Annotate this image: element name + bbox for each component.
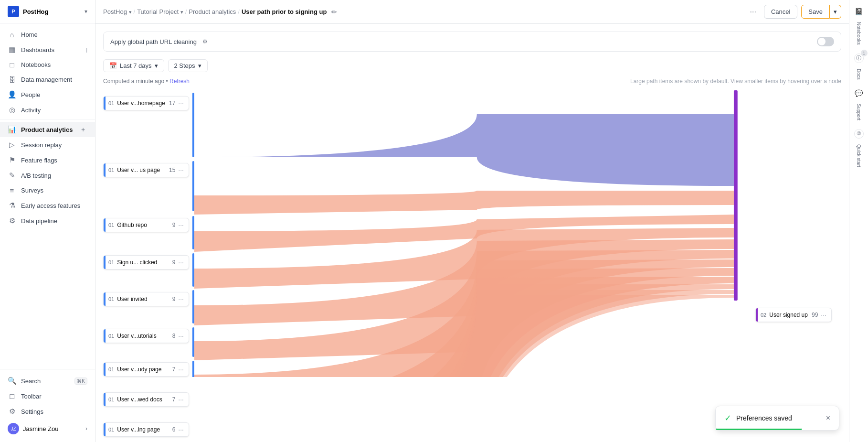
date-filter-chevron: ▾ <box>155 62 158 69</box>
node-7-menu-icon[interactable]: ··· <box>178 366 184 373</box>
node-6-label: User v...utorials <box>117 333 169 339</box>
status-hint: Large path items are shown by default. V… <box>630 78 841 85</box>
sidebar-item-dashboards[interactable]: ▦ Dashboards | <box>0 42 95 57</box>
surveys-icon: ≡ <box>8 186 16 194</box>
quick-start-sidebar-group: ② Quick start <box>851 126 867 167</box>
save-button[interactable]: Save <box>801 5 830 19</box>
node-9-label: User v...ing page <box>117 426 169 433</box>
sidebar-item-label: Early access features <box>21 202 80 209</box>
product-analytics-add-button[interactable]: + <box>79 125 87 134</box>
global-path-bar: Apply global path URL cleaning ⚙ <box>103 32 841 52</box>
right-sidebar-quick-start[interactable]: ② <box>851 126 867 141</box>
sidebar-item-session-replay[interactable]: ▷ Session replay <box>0 137 95 152</box>
sidebar-item-home[interactable]: ⌂ Home <box>0 27 95 42</box>
toast-check-icon: ✓ <box>724 413 731 423</box>
data-pipeline-icon: ⚙ <box>8 216 16 225</box>
ab-testing-icon: ✎ <box>8 171 16 180</box>
breadcrumb-sep-3: / <box>238 8 240 15</box>
breadcrumb-posthog-dropdown: ▾ <box>129 9 132 15</box>
path-node-1[interactable]: 01 User v...homepage 17 ··· <box>103 96 189 110</box>
save-button-group: Save ▾ <box>801 5 841 19</box>
path-node-7[interactable]: 01 User v...udy page 7 ··· <box>103 362 189 377</box>
breadcrumb-tutorial-project[interactable]: Tutorial Project ▾ <box>137 8 183 15</box>
path-node-9[interactable]: 01 User v...ing page 6 ··· <box>103 422 189 437</box>
edit-title-icon[interactable]: ✏ <box>331 8 337 16</box>
sidebar-item-label: Toolbar <box>21 393 42 400</box>
sidebar-item-surveys[interactable]: ≡ Surveys <box>0 183 95 198</box>
node-3-menu-icon[interactable]: ··· <box>178 221 184 229</box>
right-sidebar-docs[interactable]: ⓘ 1 <box>851 51 867 66</box>
breadcrumb-posthog[interactable]: PostHog ▾ <box>103 8 132 15</box>
path-node-right-1[interactable]: 02 User signed up 99 ··· <box>755 308 832 322</box>
toolbar-icon: ◻ <box>8 392 16 400</box>
header-actions: ··· Cancel Save ▾ <box>746 5 841 19</box>
sidebar-logo[interactable]: P PostHog ▾ <box>0 0 95 23</box>
sidebar-item-ab-testing[interactable]: ✎ A/B testing <box>0 168 95 183</box>
sidebar-item-label: Search <box>21 377 41 385</box>
path-node-6[interactable]: 01 User v...utorials 8 ··· <box>103 329 189 343</box>
global-path-label: Apply global path URL cleaning <box>110 38 197 45</box>
breadcrumb-product-analytics[interactable]: Product analytics <box>189 8 236 15</box>
path-node-5[interactable]: 01 User invited 9 ··· <box>103 292 189 306</box>
node-6-step: 01 <box>108 333 114 339</box>
steps-filter-chevron: ▾ <box>198 62 201 69</box>
path-node-3[interactable]: 01 Github repo 9 ··· <box>103 218 189 232</box>
notebooks-sidebar-group: 📓 Notebooks <box>851 4 867 45</box>
node-9-menu-icon[interactable]: ··· <box>178 426 184 433</box>
sidebar-item-label: Activity <box>21 107 41 114</box>
steps-filter-button[interactable]: 2 Steps ▾ <box>168 59 208 72</box>
product-analytics-icon: 📊 <box>8 125 16 134</box>
node-2-menu-icon[interactable]: ··· <box>178 166 184 174</box>
sidebar-item-notebooks[interactable]: □ Notebooks <box>0 57 95 72</box>
date-filter-button[interactable]: 📅 Last 7 days ▾ <box>103 59 164 72</box>
path-node-4[interactable]: 01 Sign u... clicked 9 ··· <box>103 255 189 270</box>
cancel-button[interactable]: Cancel <box>764 5 797 19</box>
global-path-settings-icon[interactable]: ⚙ <box>202 38 208 45</box>
right-sidebar-support[interactable]: 💬 <box>851 86 867 101</box>
main-content: PostHog ▾ / Tutorial Project ▾ / Product… <box>95 0 849 442</box>
sidebar: P PostHog ▾ ⌂ Home ▦ Dashboards | □ Note… <box>0 0 95 442</box>
sidebar-item-early-access[interactable]: ⚗ Early access features <box>0 198 95 213</box>
support-sidebar-group: 💬 Support <box>851 86 867 120</box>
settings-icon: ⚙ <box>8 407 16 416</box>
breadcrumb-current-page: User path prior to signing up <box>242 8 327 15</box>
sidebar-item-data-pipeline[interactable]: ⚙ Data pipeline <box>0 213 95 228</box>
content-area: Apply global path URL cleaning ⚙ 📅 Last … <box>95 24 849 442</box>
node-4-count: 9 <box>172 259 176 266</box>
node-4-step: 01 <box>108 259 114 265</box>
save-dropdown-button[interactable]: ▾ <box>830 5 841 19</box>
breadcrumb-sep-2: / <box>185 8 187 15</box>
sidebar-item-label: Home <box>21 31 38 38</box>
sidebar-user[interactable]: JZ Jasmine Zou › <box>0 419 95 438</box>
toast-close-button[interactable]: × <box>826 414 830 422</box>
avatar: JZ <box>8 423 19 434</box>
node-4-menu-icon[interactable]: ··· <box>178 259 184 266</box>
sidebar-item-search[interactable]: 🔍 Search ⌘K <box>0 373 95 388</box>
sidebar-item-data-management[interactable]: 🗄 Data management <box>0 72 95 87</box>
node-8-menu-icon[interactable]: ··· <box>178 396 184 403</box>
sidebar-item-activity[interactable]: ◎ Activity <box>0 102 95 118</box>
dashboards-dropdown-icon: | <box>86 47 87 53</box>
path-node-2[interactable]: 01 User v... us page 15 ··· <box>103 163 189 177</box>
sidebar-item-people[interactable]: 👤 People <box>0 87 95 102</box>
node-5-menu-icon[interactable]: ··· <box>178 295 184 303</box>
more-options-button[interactable]: ··· <box>746 6 760 18</box>
header: PostHog ▾ / Tutorial Project ▾ / Product… <box>95 0 849 24</box>
sidebar-item-label: Product analytics <box>21 126 73 133</box>
right-node-1-menu-icon[interactable]: ··· <box>821 311 826 319</box>
refresh-link[interactable]: Refresh <box>169 78 190 85</box>
global-path-toggle[interactable] <box>817 37 834 46</box>
right-sidebar-notebooks[interactable]: 📓 <box>851 4 867 19</box>
sidebar-item-toolbar[interactable]: ◻ Toolbar <box>0 388 95 404</box>
node-6-menu-icon[interactable]: ··· <box>178 332 184 340</box>
node-1-menu-icon[interactable]: ··· <box>178 99 184 107</box>
session-replay-icon: ▷ <box>8 140 16 149</box>
search-icon: 🔍 <box>8 377 16 385</box>
node-7-step: 01 <box>108 367 114 372</box>
sidebar-item-settings[interactable]: ⚙ Settings <box>0 404 95 419</box>
path-node-8[interactable]: 01 User v...wed docs 7 ··· <box>103 392 189 407</box>
breadcrumb-sep-1: / <box>134 8 136 15</box>
sidebar-logo-dropdown[interactable]: ▾ <box>85 8 87 15</box>
sidebar-item-product-analytics[interactable]: 📊 Product analytics + <box>0 122 95 137</box>
sidebar-item-feature-flags[interactable]: ⚑ Feature flags <box>0 152 95 168</box>
